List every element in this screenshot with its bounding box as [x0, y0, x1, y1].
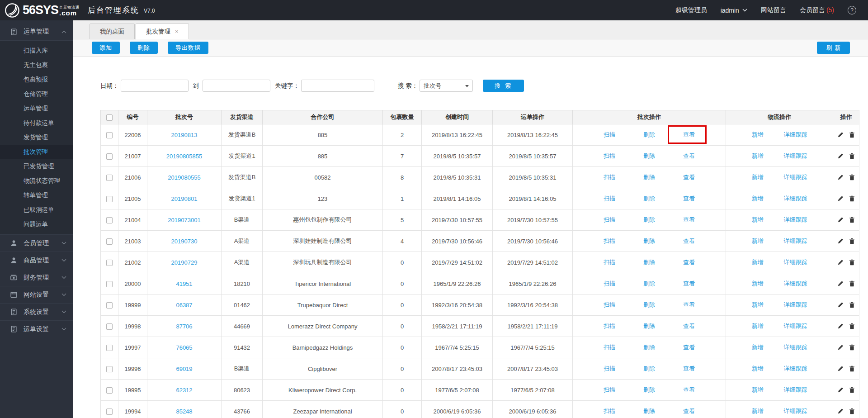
batch-no-link[interactable]: 76065 [176, 344, 192, 351]
row-checkbox[interactable] [106, 153, 113, 160]
export-data-button[interactable]: 导出数据 [168, 42, 208, 54]
batch-no-link[interactable]: 85248 [176, 408, 192, 415]
delete-link[interactable]: 删除 [643, 301, 655, 308]
site-messages-link[interactable]: 网站留言 [761, 6, 786, 14]
tab-batch-management[interactable]: 批次管理× [136, 24, 189, 39]
view-link[interactable]: 查看 [683, 344, 695, 351]
row-checkbox[interactable] [106, 217, 113, 223]
sidebar-item-logistics-status-management[interactable]: 物流状态管理 [0, 174, 73, 188]
row-checkbox[interactable] [106, 281, 113, 287]
view-link[interactable]: 查看 [683, 408, 695, 414]
batch-no-link[interactable]: 2019073001 [168, 217, 200, 223]
sidebar-group-waybill-management[interactable]: 运单管理 [0, 23, 73, 40]
date-from-input[interactable] [121, 80, 189, 92]
scan-link[interactable]: 扫描 [604, 216, 615, 223]
add-tracking-link[interactable]: 新增 [752, 152, 764, 160]
batch-no-link[interactable]: 2019080555 [168, 174, 200, 181]
batch-no-link[interactable]: 69019 [176, 366, 192, 372]
batch-no-link[interactable]: 20190729 [171, 259, 198, 266]
delete-link[interactable]: 删除 [643, 365, 655, 372]
add-tracking-link[interactable]: 新增 [752, 407, 764, 415]
sidebar-group-system-settings[interactable]: 系统设置 [0, 303, 73, 320]
member-messages-link[interactable]: 会员留言(5) [800, 6, 834, 14]
date-to-input[interactable] [203, 80, 270, 92]
sidebar-item-transfer-management[interactable]: 转单管理 [0, 188, 73, 203]
detail-tracking-link[interactable]: 详细跟踪 [784, 173, 807, 181]
scan-link[interactable]: 扫描 [604, 131, 615, 138]
trash-icon[interactable] [849, 387, 855, 393]
trash-icon[interactable] [849, 195, 855, 202]
scan-link[interactable]: 扫描 [604, 365, 615, 372]
pencil-icon[interactable] [837, 387, 844, 393]
batch-no-link[interactable]: 20190801 [171, 195, 198, 202]
trash-icon[interactable] [849, 323, 855, 329]
pencil-icon[interactable] [837, 280, 844, 287]
pencil-icon[interactable] [837, 366, 844, 372]
delete-link[interactable]: 删除 [643, 131, 655, 138]
sidebar-group-member-management[interactable]: 会员管理 [0, 234, 73, 252]
sidebar-item-cancelled-waybill[interactable]: 已取消运单 [0, 203, 73, 217]
batch-no-link[interactable]: 20190813 [171, 132, 198, 138]
row-checkbox[interactable] [106, 260, 113, 266]
delete-link[interactable]: 删除 [643, 174, 655, 180]
pencil-icon[interactable] [837, 323, 844, 329]
scan-link[interactable]: 扫描 [604, 280, 615, 287]
batch-no-link[interactable]: 20190730 [171, 238, 198, 245]
batch-no-link[interactable]: 06387 [176, 302, 192, 309]
row-checkbox[interactable] [106, 408, 113, 415]
view-link[interactable]: 查看 [683, 386, 695, 393]
scan-link[interactable]: 扫描 [604, 195, 615, 202]
detail-tracking-link[interactable]: 详细跟踪 [784, 258, 807, 266]
pencil-icon[interactable] [837, 238, 844, 244]
search-button[interactable]: 搜 索 [483, 80, 524, 92]
pencil-icon[interactable] [837, 195, 844, 202]
delete-link[interactable]: 删除 [643, 280, 655, 287]
view-link[interactable]: 查看 [683, 152, 695, 159]
delete-link[interactable]: 删除 [643, 386, 655, 393]
delete-link[interactable]: 删除 [643, 323, 655, 329]
add-tracking-link[interactable]: 新增 [752, 216, 764, 224]
sidebar-group-finance-management[interactable]: 财务管理 [0, 269, 73, 286]
trash-icon[interactable] [849, 153, 855, 159]
sidebar-item-warehouse-management[interactable]: 仓储管理 [0, 87, 73, 101]
view-link[interactable]: 查看 [683, 131, 695, 138]
pencil-icon[interactable] [837, 408, 844, 414]
detail-tracking-link[interactable]: 详细跟踪 [784, 322, 807, 330]
row-checkbox[interactable] [106, 366, 113, 372]
detail-tracking-link[interactable]: 详细跟踪 [784, 216, 807, 224]
batch-no-link[interactable]: 87706 [176, 323, 192, 330]
add-tracking-link[interactable]: 新增 [752, 365, 764, 373]
add-tracking-link[interactable]: 新增 [752, 386, 764, 394]
trash-icon[interactable] [849, 132, 855, 138]
scan-link[interactable]: 扫描 [604, 386, 615, 393]
sidebar-item-package-forecast[interactable]: 包裹预报 [0, 72, 73, 87]
row-checkbox[interactable] [106, 196, 113, 202]
row-checkbox[interactable] [106, 387, 113, 394]
scan-link[interactable]: 扫描 [604, 323, 615, 329]
detail-tracking-link[interactable]: 详细跟踪 [784, 343, 807, 352]
view-link[interactable]: 查看 [683, 280, 695, 287]
add-tracking-link[interactable]: 新增 [752, 131, 764, 139]
view-link[interactable]: 查看 [683, 195, 695, 202]
sidebar-group-waybill-settings[interactable]: 运单设置 [0, 320, 73, 337]
batch-no-link[interactable]: 62312 [176, 387, 192, 394]
delete-link[interactable]: 删除 [643, 216, 655, 223]
add-tracking-link[interactable]: 新增 [752, 237, 764, 245]
scan-link[interactable]: 扫描 [604, 301, 615, 308]
sidebar-item-unclaimed-package[interactable]: 无主包裹 [0, 58, 73, 72]
sidebar-item-shipping-management[interactable]: 发货管理 [0, 130, 73, 145]
scan-link[interactable]: 扫描 [604, 344, 615, 351]
add-tracking-link[interactable]: 新增 [752, 280, 764, 288]
trash-icon[interactable] [849, 217, 855, 223]
delete-link[interactable]: 删除 [643, 195, 655, 202]
row-checkbox[interactable] [106, 238, 113, 245]
detail-tracking-link[interactable]: 详细跟踪 [784, 407, 807, 415]
detail-tracking-link[interactable]: 详细跟踪 [784, 386, 807, 394]
view-link[interactable]: 查看 [683, 323, 695, 329]
pencil-icon[interactable] [837, 153, 844, 159]
detail-tracking-link[interactable]: 详细跟踪 [784, 301, 807, 309]
trash-icon[interactable] [849, 174, 855, 180]
trash-icon[interactable] [849, 259, 855, 266]
delete-link[interactable]: 删除 [643, 259, 655, 266]
add-tracking-link[interactable]: 新增 [752, 173, 764, 181]
